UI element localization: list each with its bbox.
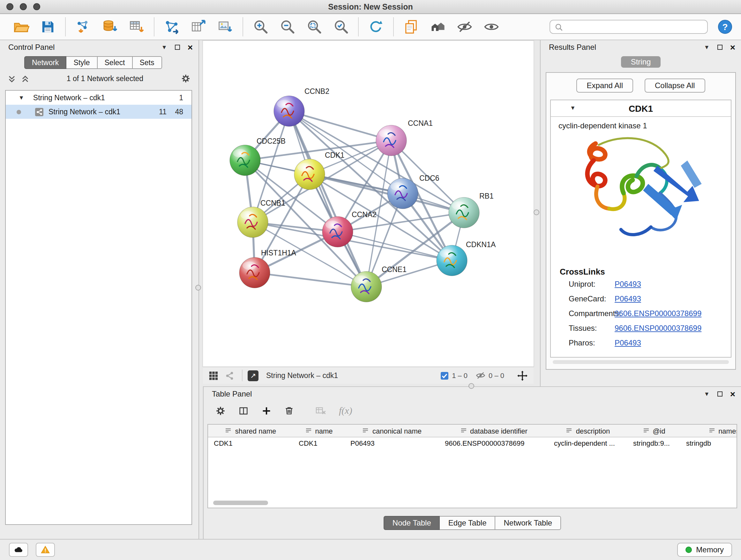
tab-network-table[interactable]: Network Table bbox=[495, 516, 561, 530]
column-header[interactable]: namespace bbox=[680, 425, 737, 437]
panel-collapse-icon[interactable]: ▼ bbox=[704, 44, 710, 50]
export-network-icon[interactable] bbox=[190, 18, 207, 35]
zoom-selected-icon[interactable] bbox=[333, 18, 349, 35]
column-header[interactable]: database identifier bbox=[439, 425, 548, 437]
tab-node-table[interactable]: Node Table bbox=[384, 516, 440, 530]
grid-view-icon[interactable] bbox=[209, 371, 218, 380]
network-graph[interactable]: CCNB2CCNA1CDC25BCDK1CDC6RB1CCNB1CCNA2CDK… bbox=[203, 41, 534, 367]
network-edge[interactable] bbox=[289, 111, 366, 287]
open-session-icon[interactable] bbox=[13, 18, 29, 35]
import-table-from-file-icon[interactable] bbox=[128, 18, 145, 35]
open-in-new-window-icon[interactable]: ↗ bbox=[248, 370, 259, 381]
network-overview-icon[interactable] bbox=[429, 18, 446, 35]
refresh-view-icon[interactable] bbox=[367, 18, 384, 35]
panel-collapse-icon[interactable]: ▼ bbox=[704, 391, 710, 397]
table-cell[interactable]: 9606.ENSP00000378699 bbox=[439, 437, 548, 450]
network-node-HIST1H1A[interactable]: HIST1H1A bbox=[239, 249, 296, 288]
collection-count: 1 bbox=[166, 94, 183, 102]
panel-close-icon[interactable]: × bbox=[730, 389, 735, 398]
panel-float-icon[interactable] bbox=[175, 45, 180, 50]
protein-card-header[interactable]: ▼ CDK1 bbox=[551, 100, 731, 117]
crosslink-row: GeneCard: P06493 bbox=[551, 291, 731, 306]
crosslink-link[interactable]: 9606.ENSP00000378699 bbox=[615, 309, 701, 318]
hidden-eye-slash-icon[interactable] bbox=[475, 370, 485, 381]
table-cell[interactable]: P06493 bbox=[345, 437, 439, 450]
string-results-tab[interactable]: String bbox=[621, 56, 661, 68]
zoom-in-icon[interactable] bbox=[252, 18, 269, 35]
table-cell[interactable]: CDK1 bbox=[293, 437, 345, 450]
right-splitter-handle[interactable] bbox=[534, 209, 539, 215]
zoom-fit-icon[interactable] bbox=[306, 18, 322, 35]
window-minimize-button[interactable] bbox=[20, 3, 27, 10]
table-cell[interactable]: CDK1 bbox=[208, 437, 293, 450]
panel-collapse-icon[interactable]: ▼ bbox=[161, 44, 167, 50]
results-horizontal-scrollbar[interactable] bbox=[553, 360, 729, 364]
warning-status-button[interactable] bbox=[36, 543, 55, 557]
zoom-out-icon[interactable] bbox=[279, 18, 295, 35]
left-splitter-handle[interactable] bbox=[195, 285, 201, 291]
table-horizontal-scrollbar[interactable] bbox=[213, 501, 268, 505]
control-panel-title: Control Panel bbox=[8, 43, 55, 52]
selected-checkbox-icon[interactable] bbox=[441, 371, 449, 380]
crosslink-link[interactable]: P06493 bbox=[615, 338, 641, 347]
expand-all-button[interactable]: Expand All bbox=[577, 78, 633, 92]
window-zoom-button[interactable] bbox=[33, 3, 40, 10]
network-collection-row[interactable]: ▼ String Network – cdk1 1 bbox=[6, 91, 192, 105]
memory-button[interactable]: Memory bbox=[677, 543, 732, 557]
copy-icon[interactable] bbox=[403, 18, 419, 35]
table-cell[interactable]: stringdb bbox=[680, 437, 737, 450]
column-header[interactable]: name bbox=[293, 425, 345, 437]
tab-style[interactable]: Style bbox=[66, 56, 97, 69]
window-controls bbox=[6, 3, 40, 10]
search-input[interactable] bbox=[563, 22, 703, 31]
network-canvas[interactable]: CCNB2CCNA1CDC25BCDK1CDC6RB1CCNB1CCNA2CDK… bbox=[203, 41, 534, 367]
window-close-button[interactable] bbox=[6, 3, 13, 10]
table-cell[interactable]: stringdb:9... bbox=[627, 437, 680, 450]
hide-graphics-details-icon[interactable] bbox=[456, 18, 473, 35]
panel-close-icon[interactable]: × bbox=[730, 43, 735, 52]
table-settings-gear-icon[interactable] bbox=[215, 405, 226, 416]
expand-all-icon[interactable] bbox=[21, 74, 29, 83]
pan-crosshair-icon[interactable] bbox=[517, 370, 528, 381]
add-column-icon[interactable] bbox=[261, 405, 272, 416]
tab-network[interactable]: Network bbox=[24, 56, 66, 69]
crosslink-link[interactable]: P06493 bbox=[615, 294, 641, 303]
network-node-CDK1[interactable]: CDK1 bbox=[294, 151, 344, 190]
column-header[interactable]: shared name bbox=[208, 425, 293, 437]
crosslink-link[interactable]: 9606.ENSP00000378699 bbox=[615, 323, 701, 332]
panel-float-icon[interactable] bbox=[718, 391, 723, 396]
protein-card-expanded-icon[interactable]: ▼ bbox=[570, 105, 576, 111]
table-cell[interactable]: cyclin-dependent ... bbox=[548, 437, 627, 450]
collapse-all-icon[interactable] bbox=[8, 74, 16, 83]
network-node-CCNA1[interactable]: CCNA1 bbox=[376, 119, 433, 156]
collapse-all-button[interactable]: Collapse All bbox=[645, 78, 705, 92]
save-session-icon[interactable] bbox=[40, 18, 56, 35]
show-graphics-details-icon[interactable] bbox=[483, 18, 500, 35]
show-columns-icon[interactable] bbox=[238, 405, 249, 416]
network-edge[interactable] bbox=[310, 174, 464, 212]
bottom-splitter-handle[interactable] bbox=[468, 383, 474, 389]
crosslink-link[interactable]: P06493 bbox=[615, 279, 641, 288]
panel-close-icon[interactable]: × bbox=[188, 43, 193, 52]
panel-float-icon[interactable] bbox=[718, 45, 723, 50]
new-network-icon[interactable] bbox=[163, 18, 180, 35]
network-view-icon[interactable] bbox=[225, 371, 234, 380]
column-header[interactable]: description bbox=[548, 425, 627, 437]
cloud-status-button[interactable] bbox=[9, 543, 28, 557]
network-edge[interactable] bbox=[255, 273, 366, 287]
tab-sets[interactable]: Sets bbox=[132, 56, 162, 69]
column-header[interactable]: canonical name bbox=[345, 425, 439, 437]
column-header[interactable]: @id bbox=[627, 425, 680, 437]
import-network-from-file-icon[interactable] bbox=[75, 18, 91, 35]
network-row[interactable]: String Network – cdk1 11 48 bbox=[6, 105, 192, 119]
import-network-from-database-icon[interactable] bbox=[102, 18, 118, 35]
network-options-gear-icon[interactable] bbox=[181, 73, 191, 84]
help-button[interactable]: ? bbox=[718, 20, 732, 34]
export-image-icon[interactable] bbox=[217, 18, 233, 35]
network-node-RB1[interactable]: RB1 bbox=[449, 192, 494, 228]
table-row[interactable]: CDK1 CDK1 P06493 9606.ENSP00000378699 cy… bbox=[208, 437, 737, 450]
tab-edge-table[interactable]: Edge Table bbox=[440, 516, 495, 530]
delete-column-icon[interactable] bbox=[284, 406, 294, 416]
collection-expanded-icon[interactable]: ▼ bbox=[18, 95, 24, 101]
tab-select[interactable]: Select bbox=[98, 56, 133, 69]
